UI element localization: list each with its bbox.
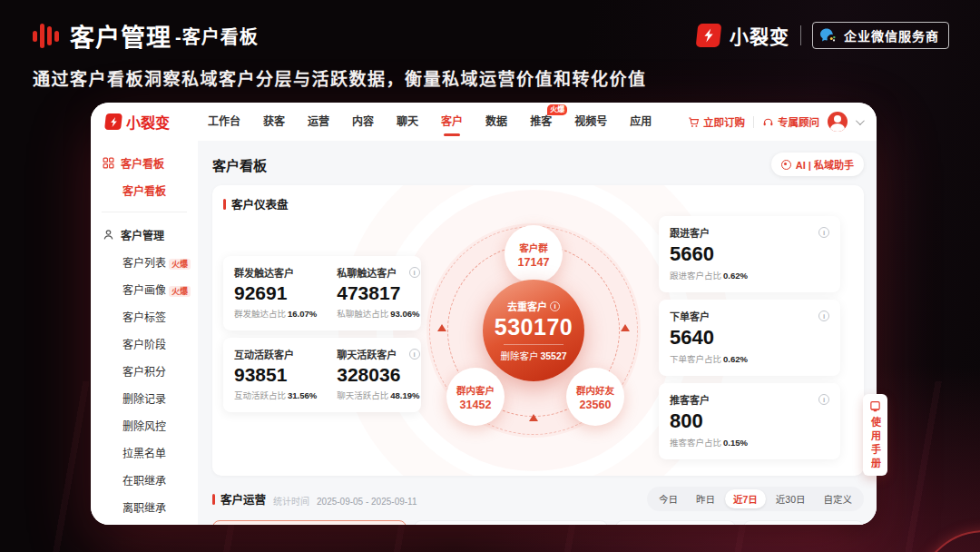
tab-group-reach: 群发触达客户 私聊触达客户i bbox=[212, 520, 407, 525]
sidebar-item-delete-risk[interactable]: 删除风控 bbox=[122, 418, 198, 433]
sidebar-item-customer-points[interactable]: 客户积分 bbox=[122, 363, 198, 379]
user-avatar[interactable] bbox=[828, 112, 848, 132]
brand-area: 小裂变 企业微信服务商 bbox=[697, 22, 949, 49]
person-icon bbox=[103, 229, 114, 241]
customer-group-circle: 客户群 17147 bbox=[505, 225, 563, 283]
user-manual-button[interactable]: 使用手册 bbox=[863, 394, 887, 476]
brand-name: 小裂变 bbox=[730, 22, 789, 49]
dashboard-section-title: 客户仪表盘 bbox=[223, 195, 289, 212]
main-content: 客户看板 AI | 私域助手 客户仪表盘 bbox=[198, 141, 877, 525]
menu-item-apps[interactable]: 应用 bbox=[630, 103, 652, 141]
sidebar-item-customer-tag[interactable]: 客户标签 bbox=[122, 309, 198, 324]
tab-group-delete: 删除客户i bbox=[743, 520, 864, 525]
brand-divider bbox=[800, 25, 801, 45]
operation-section-title: 客户运营 bbox=[212, 490, 266, 508]
menu-item-video[interactable]: 视频号 bbox=[574, 103, 607, 141]
tab-mass-reach[interactable]: 群发触达客户 bbox=[213, 521, 301, 525]
sidebar-divider bbox=[102, 212, 187, 212]
promoter-customer-card: 推客客户i 800 推客客户占比0.15% bbox=[659, 383, 840, 459]
cart-icon bbox=[688, 116, 700, 128]
date-range-switcher: 今日 昨日 近7日 近30日 自定义 bbox=[647, 487, 864, 511]
top-navbar: 小裂变 工作台 获客 运营 内容 聊天 客户 数据 推客火爆 视频号 应用 立即… bbox=[91, 103, 877, 141]
brand-badge-label: 企业微信服务商 bbox=[844, 26, 939, 44]
reach-stats-card: 群发触达客户 92691 群发触达占比16.07% 私聊触达客户i 473817… bbox=[223, 256, 421, 330]
sidebar-item-customer-profile[interactable]: 客户画像火爆 bbox=[122, 281, 198, 297]
tab-group-follow: 跟进客户i bbox=[615, 520, 736, 525]
info-icon[interactable]: i bbox=[409, 349, 420, 360]
page-title: 客户看板 bbox=[212, 155, 267, 174]
dashboard-icon bbox=[103, 157, 114, 169]
stat-interact-active: 互动活跃客户 93851 互动活跃占比31.56% bbox=[234, 347, 317, 403]
customer-dashboard-card: 客户仪表盘 群发触达客户 92691 群发触达占比16.07% bbox=[212, 185, 864, 476]
range-yesterday[interactable]: 昨日 bbox=[688, 489, 723, 508]
sidebar-item-resign-inherit[interactable]: 离职继承 bbox=[122, 499, 198, 515]
bars-logo-icon bbox=[33, 23, 59, 50]
tab-chat-active[interactable]: 聊天活跃客户i bbox=[504, 521, 607, 525]
info-icon[interactable]: i bbox=[409, 267, 420, 278]
menu-item-data[interactable]: 数据 bbox=[485, 103, 507, 141]
menu-item-workbench[interactable]: 工作台 bbox=[208, 103, 240, 141]
range-today[interactable]: 今日 bbox=[651, 489, 686, 508]
hero-tagline: 通过客户看板洞察私域客户分层与活跃数据，衡量私域运营价值和转化价值 bbox=[33, 65, 647, 90]
wecom-bubble-icon bbox=[818, 26, 837, 44]
info-icon[interactable]: i bbox=[550, 301, 560, 311]
order-customer-card: 下单客户i 5640 下单客户占比0.62% bbox=[659, 300, 840, 376]
chevron-down-icon[interactable] bbox=[856, 116, 865, 125]
time-range: 2025-09-05 - 2025-09-11 bbox=[317, 497, 416, 507]
menu-item-content[interactable]: 内容 bbox=[352, 103, 374, 141]
main-menu: 工作台 获客 运营 内容 聊天 客户 数据 推客火爆 视频号 应用 bbox=[208, 103, 652, 141]
tab-interact-active[interactable]: 互动活跃客户 bbox=[415, 521, 503, 525]
ai-icon bbox=[781, 160, 791, 170]
tab-follow[interactable]: 跟进客户i bbox=[616, 521, 735, 525]
advisor-button[interactable]: 专属顾问 bbox=[762, 114, 819, 129]
lightning-logo-icon bbox=[104, 113, 122, 130]
menu-item-operate[interactable]: 运营 bbox=[308, 103, 329, 141]
sidebar: 客户看板 客户看板 客户管理 客户列表火爆 客户画像火爆 客户标签 客户阶段 客… bbox=[91, 141, 198, 525]
range-30days[interactable]: 近30日 bbox=[768, 489, 814, 508]
sidebar-item-blacklist[interactable]: 拉黑名单 bbox=[122, 445, 198, 460]
sidebar-item-onjob-inherit[interactable]: 在职继承 bbox=[122, 472, 198, 488]
time-label: 统计时间 bbox=[273, 494, 309, 508]
sidebar-section-customer-mgmt[interactable]: 客户管理 bbox=[103, 227, 198, 242]
divider bbox=[753, 116, 754, 128]
dedup-customer-circle: 去重客户i 530170 删除客户35527 bbox=[483, 280, 584, 381]
hot-badge: 火爆 bbox=[169, 259, 191, 270]
ai-assistant-button[interactable]: AI | 私域助手 bbox=[771, 153, 864, 176]
sidebar-item-delete-record[interactable]: 删除记录 bbox=[122, 390, 198, 406]
arrow-icon bbox=[621, 324, 630, 331]
tab-delete[interactable]: 删除客户i bbox=[744, 521, 863, 525]
navbar-right: 立即订购 专属顾问 bbox=[688, 112, 862, 132]
hot-badge: 火爆 bbox=[547, 104, 567, 115]
headset-icon bbox=[762, 116, 774, 128]
hero-subtitle: -客户看板 bbox=[175, 23, 259, 49]
tab-chat-reach[interactable]: 私聊触达客户i bbox=[302, 521, 406, 525]
book-icon bbox=[869, 400, 881, 412]
operation-tabs: 群发触达客户 私聊触达客户i 互动活跃客户 聊天活跃客户i 跟进客户i 删除客户… bbox=[212, 520, 864, 525]
info-icon[interactable]: i bbox=[818, 310, 829, 321]
sidebar-item-customer-list[interactable]: 客户列表火爆 bbox=[122, 254, 198, 270]
stat-mass-reach: 群发触达客户 92691 群发触达占比16.07% bbox=[234, 265, 317, 321]
sidebar-item-customer-board[interactable]: 客户看板 bbox=[122, 182, 198, 198]
wecom-badge: 企业微信服务商 bbox=[812, 22, 949, 49]
app-logo[interactable]: 小裂变 bbox=[105, 111, 170, 133]
in-group-friends-circle: 群内好友 23560 bbox=[566, 368, 624, 426]
hero-title: 客户管理 bbox=[70, 18, 172, 54]
stat-chat-reach: 私聊触达客户i 473817 私聊触达占比93.06% bbox=[337, 265, 419, 321]
order-now-button[interactable]: 立即订购 bbox=[688, 114, 745, 129]
arrow-icon bbox=[437, 324, 446, 331]
stat-chat-active: 聊天活跃客户i 328036 聊天活跃占比48.19% bbox=[337, 347, 419, 403]
menu-item-promoter[interactable]: 推客火爆 bbox=[530, 103, 552, 141]
sidebar-item-customer-stage[interactable]: 客户阶段 bbox=[122, 336, 198, 351]
info-icon[interactable]: i bbox=[818, 227, 829, 238]
menu-item-acquire[interactable]: 获客 bbox=[263, 103, 285, 141]
info-icon[interactable]: i bbox=[818, 394, 829, 405]
lightning-logo-icon bbox=[696, 24, 722, 47]
follow-customer-card: 跟进客户i 5660 跟进客户占比0.62% bbox=[659, 216, 840, 292]
active-stats-card: 互动活跃客户 93851 互动活跃占比31.56% 聊天活跃客户i 328036… bbox=[223, 338, 421, 412]
menu-item-chat[interactable]: 聊天 bbox=[397, 103, 418, 141]
range-7days[interactable]: 近7日 bbox=[725, 489, 766, 508]
menu-item-customer[interactable]: 客户 bbox=[441, 103, 463, 141]
range-custom[interactable]: 自定义 bbox=[816, 489, 861, 508]
sidebar-section-dashboard[interactable]: 客户看板 bbox=[103, 155, 198, 171]
tab-group-active: 互动活跃客户 聊天活跃客户i bbox=[414, 520, 608, 525]
